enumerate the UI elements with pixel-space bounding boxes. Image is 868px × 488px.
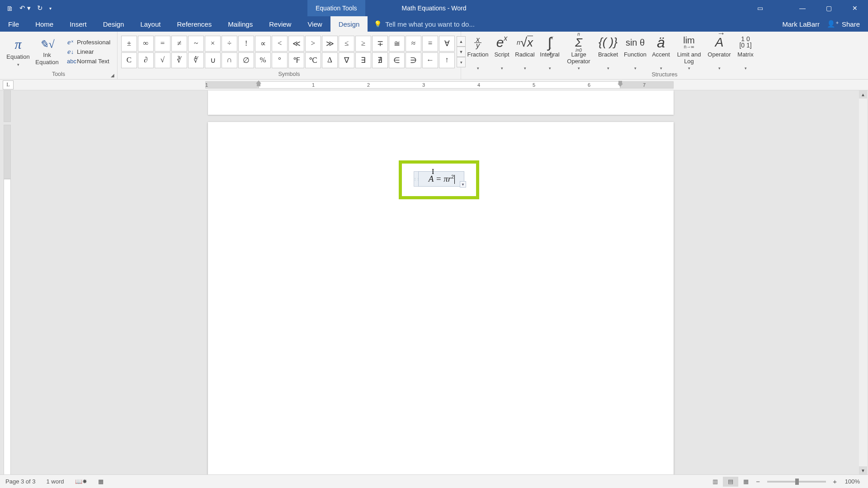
symbol-cell[interactable]: ~ — [188, 36, 204, 52]
tab-design-main[interactable]: Design — [95, 16, 132, 32]
symbol-cell[interactable]: ∃ — [355, 52, 371, 68]
equation-move-handle[interactable]: ⋮⋮ — [414, 171, 418, 187]
tell-me-search[interactable]: 💡 Tell me what you want to do... — [368, 16, 475, 32]
symbol-cell[interactable]: ≫ — [322, 36, 338, 52]
scroll-up-button[interactable]: ▲ — [859, 90, 867, 99]
structure-limit-and-log[interactable]: limn→∞Limit and Log▾ — [673, 33, 705, 70]
structure-script[interactable]: exScript▾ — [491, 33, 513, 70]
structure-integral[interactable]: ∫x-xIntegral▾ — [537, 33, 562, 70]
scroll-down-button[interactable]: ▼ — [859, 466, 867, 474]
save-icon[interactable]: 🗎 — [6, 5, 13, 12]
read-mode-button[interactable]: ▥ — [708, 477, 723, 487]
redo-icon[interactable]: ↻ — [37, 4, 43, 12]
symbol-cell[interactable]: ≥ — [355, 36, 371, 52]
first-line-indent-marker[interactable] — [256, 80, 261, 87]
symbol-cell[interactable]: ≪ — [288, 36, 304, 52]
symbol-cell[interactable]: ℉ — [288, 52, 304, 68]
structure-fraction[interactable]: xyFraction▾ — [465, 33, 491, 70]
qat-more-icon[interactable]: ▾ — [49, 6, 52, 11]
symbol-cell[interactable]: = — [155, 36, 170, 52]
ribbon-display-options-icon[interactable]: ▭ — [757, 0, 763, 16]
word-count[interactable]: 1 word — [41, 478, 70, 485]
spellcheck-icon[interactable]: 📖✸ — [70, 478, 93, 485]
account-name[interactable]: Mark LaBarr — [782, 16, 827, 32]
ink-equation-button[interactable]: ✎√ Ink Equation — [33, 38, 61, 66]
symbol-cell[interactable]: ↑ — [439, 52, 455, 68]
equation-options-dropdown[interactable]: ▼ — [460, 181, 466, 188]
zoom-slider-thumb[interactable] — [795, 479, 799, 485]
structure-radical[interactable]: n√xRadical▾ — [513, 33, 537, 70]
symbol-cell[interactable]: √ — [155, 52, 170, 68]
symbol-cell[interactable]: ∄ — [372, 52, 388, 68]
normal-text-button[interactable]: abcNormal Text — [65, 57, 112, 65]
symbol-cell[interactable]: ! — [238, 36, 254, 52]
symbol-cell[interactable]: ° — [272, 52, 288, 68]
document-page[interactable]: ⋮⋮ A = πr2 I ▼ — [208, 122, 674, 488]
minimize-button[interactable]: — — [789, 0, 816, 16]
tab-home[interactable]: Home — [27, 16, 61, 32]
linear-button[interactable]: ℯ↓Linear — [65, 48, 112, 56]
symbol-cell[interactable]: % — [255, 52, 271, 68]
symbol-cell[interactable]: ∈ — [389, 52, 405, 68]
tab-mailings[interactable]: Mailings — [220, 16, 261, 32]
symbol-cell[interactable]: ∩ — [222, 52, 237, 68]
symbol-cell[interactable]: ÷ — [222, 36, 237, 52]
symbol-cell[interactable]: × — [205, 36, 221, 52]
symbol-cell[interactable]: ∅ — [238, 52, 254, 68]
tab-review[interactable]: Review — [261, 16, 299, 32]
print-layout-button[interactable]: ▤ — [723, 477, 738, 487]
undo-icon[interactable]: ↶ ▾ — [19, 4, 31, 12]
tab-selector[interactable]: L — [3, 80, 14, 89]
symbol-cell[interactable]: ≅ — [389, 36, 405, 52]
symbol-cell[interactable]: ∝ — [255, 36, 271, 52]
symbol-cell[interactable]: ≤ — [339, 36, 354, 52]
symbol-cell[interactable]: ∜ — [188, 52, 204, 68]
symbol-cell[interactable]: ∪ — [205, 52, 221, 68]
share-button[interactable]: 👤⁺ Share — [827, 16, 868, 32]
macro-icon[interactable]: ▦ — [93, 478, 109, 485]
symbol-cell[interactable]: ≠ — [171, 36, 187, 52]
symbol-cell[interactable]: ∋ — [406, 52, 421, 68]
symbol-cell[interactable]: > — [305, 36, 321, 52]
right-indent-marker[interactable] — [618, 80, 623, 87]
symbol-cell[interactable]: C — [121, 52, 137, 68]
structure-large-operator[interactable]: nΣi=0Large Operator▾ — [562, 33, 595, 70]
symbol-cell[interactable]: ± — [121, 36, 137, 52]
tab-insert[interactable]: Insert — [61, 16, 95, 32]
symbol-cell[interactable]: ∇ — [339, 52, 354, 68]
symbol-cell[interactable]: ≡ — [422, 36, 438, 52]
symbol-cell[interactable]: ∛ — [171, 52, 187, 68]
symbol-cell[interactable]: ∓ — [372, 36, 388, 52]
page-indicator[interactable]: Page 3 of 3 — [0, 478, 41, 485]
maximize-button[interactable]: ▢ — [816, 0, 842, 16]
symbol-cell[interactable]: ∞ — [138, 36, 154, 52]
symbol-cell[interactable]: < — [272, 36, 288, 52]
vertical-scrollbar[interactable]: ▲ ▼ — [859, 90, 867, 474]
symbol-cell[interactable]: ≈ — [406, 36, 421, 52]
zoom-in-button[interactable]: + — [830, 478, 840, 485]
tab-layout[interactable]: Layout — [132, 16, 169, 32]
close-button[interactable]: ✕ — [842, 0, 868, 16]
symbol-cell[interactable]: ∂ — [138, 52, 154, 68]
professional-button[interactable]: ℯˣProfessional — [65, 38, 112, 46]
symbol-cell[interactable]: ∀ — [439, 36, 455, 52]
tab-equation-design[interactable]: Design — [330, 16, 368, 32]
equation-placeholder[interactable]: A = πr2 — [418, 171, 464, 187]
tab-references[interactable]: References — [169, 16, 220, 32]
structure-function[interactable]: sin θFunction▾ — [621, 33, 649, 70]
zoom-out-button[interactable]: − — [754, 478, 763, 485]
symbol-cell[interactable]: ℃ — [305, 52, 321, 68]
structure-matrix[interactable]: [1 00 1]Matrix▾ — [733, 33, 758, 70]
zoom-slider[interactable] — [767, 481, 826, 483]
web-layout-button[interactable]: ▦ — [738, 477, 754, 487]
symbol-cell[interactable]: ← — [422, 52, 438, 68]
structure-bracket[interactable]: {( )}Bracket▾ — [595, 33, 621, 70]
symbol-cell[interactable]: ∆ — [322, 52, 338, 68]
zoom-level[interactable]: 100% — [840, 478, 868, 485]
dialog-launcher-icon[interactable]: ◢ — [111, 73, 114, 78]
tab-view[interactable]: View — [299, 16, 330, 32]
structure-accent[interactable]: äAccent▾ — [649, 33, 673, 70]
structure-operator[interactable]: A→Operator▾ — [705, 33, 733, 70]
equation-button[interactable]: π Equation ▾ — [4, 36, 33, 67]
tab-file[interactable]: File — [0, 16, 27, 32]
